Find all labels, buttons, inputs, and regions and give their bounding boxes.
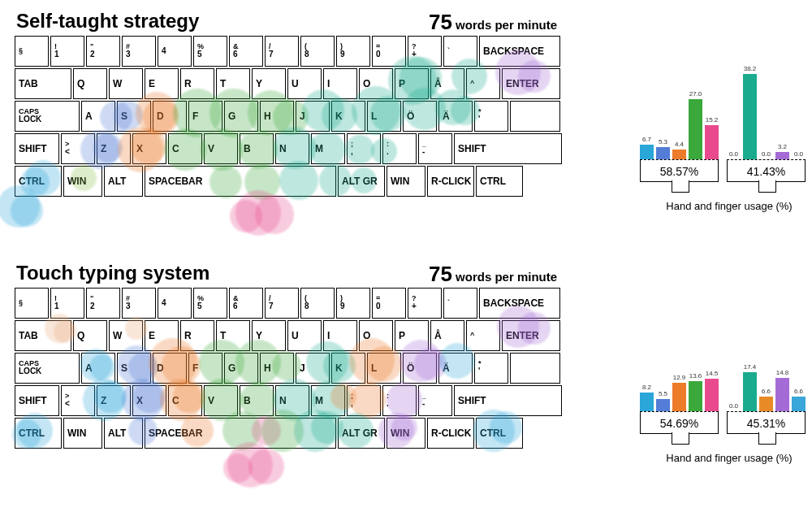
bar <box>743 74 757 159</box>
keycap: K <box>331 101 365 132</box>
keycap: SHIFT <box>15 133 59 164</box>
keycap: F <box>188 353 222 384</box>
keycap: Z <box>97 133 131 164</box>
keycap: V <box>204 385 238 416</box>
keycap: %5 <box>193 36 227 67</box>
bar-value-label: 5.3 <box>659 138 667 145</box>
keycap: TAB <box>15 320 71 351</box>
keycap: U <box>287 68 322 99</box>
bar-value-label: 8.2 <box>642 384 651 391</box>
keycap: C <box>168 385 202 416</box>
keycap: SHIFT <box>454 133 562 164</box>
wpm-unit: words per minute <box>456 18 557 32</box>
keycap: *' <box>474 353 508 384</box>
keycap: M <box>311 133 345 164</box>
wpm-value: 75 <box>429 10 452 34</box>
keycap: N <box>275 385 309 416</box>
wpm-unit: words per minute <box>456 270 557 284</box>
self-taught-panel: Self-taught strategy75 words per minute§… <box>15 10 797 254</box>
keycap: § <box>15 288 49 319</box>
bar-value-label: 6.7 <box>642 136 651 143</box>
bar-value-label: 17.4 <box>744 363 757 371</box>
keycap: ^ <box>466 68 500 99</box>
bar <box>656 399 670 411</box>
keycap: ` <box>443 36 477 67</box>
keycap: =0 <box>372 36 406 67</box>
panel-title: Self-taught strategy <box>16 10 797 33</box>
keycap: #3 <box>122 288 156 319</box>
keycap: W <box>109 68 143 99</box>
bar <box>775 378 789 411</box>
keycap: R-CLICK <box>427 418 474 449</box>
keycap: A <box>81 101 115 132</box>
right-hand-bars: 0.017.46.614.86.6 <box>727 306 806 412</box>
keyboard: §!1"2#34%5&6/7(8)9=0?+`BACKSPACETABQWERT… <box>15 36 624 197</box>
keycap: Ö <box>403 353 437 384</box>
keycap: Å <box>430 320 464 351</box>
keycap: BACKSPACE <box>479 288 560 319</box>
wpm-value: 75 <box>429 262 452 286</box>
keycap: G <box>224 353 258 384</box>
keycap: _- <box>418 385 452 416</box>
keycap: !1 <box>50 36 84 67</box>
keyboard: §!1"2#34%5&6/7(8)9=0?+`BACKSPACETABQWERT… <box>15 288 624 449</box>
keycap: SHIFT <box>15 385 59 416</box>
keycap: J <box>296 353 330 384</box>
bar-value-label: 0.0 <box>729 402 738 410</box>
touch-typing-panel: Touch typing system75 words per minute§!… <box>15 262 797 505</box>
bar <box>640 393 654 411</box>
keycap: § <box>15 36 49 67</box>
keycap: R <box>180 68 214 99</box>
keycap <box>510 353 560 384</box>
left-hand-total: 58.57% <box>640 160 719 182</box>
bar-value-label: 27.0 <box>689 90 702 98</box>
keycap: CTRL <box>15 418 62 449</box>
keycap: :. <box>382 385 417 416</box>
keycap: ALT GR <box>338 166 385 197</box>
keycap: SHIFT <box>454 385 562 416</box>
keycap: /7 <box>265 288 299 319</box>
keycap: ;, <box>347 385 381 416</box>
keycap: E <box>145 320 179 351</box>
keycap: 4 <box>158 36 192 67</box>
keycap: V <box>204 133 238 164</box>
bar-value-label: 0.0 <box>794 150 803 158</box>
keycap: (8 <box>300 288 335 319</box>
keycap: "2 <box>86 36 120 67</box>
keycap: ?+ <box>408 288 442 319</box>
keycap: ?+ <box>408 36 442 67</box>
bar <box>743 372 757 411</box>
bar-value-label: 6.6 <box>794 388 803 395</box>
keycap: Q <box>73 320 107 351</box>
keycap: J <box>296 101 330 132</box>
bar-value-label: 13.6 <box>689 372 702 380</box>
keycap: B <box>240 133 274 164</box>
keycap: CTRL <box>476 418 523 449</box>
keycap: >< <box>61 385 95 416</box>
keycap: ` <box>443 288 477 319</box>
keycap: ^ <box>466 320 500 351</box>
keycap: F <box>188 101 222 132</box>
bar-value-label: 3.2 <box>778 143 787 150</box>
bar-value-label: 14.8 <box>776 369 789 376</box>
chart-axis-label: Hand and finger usage (%) <box>640 452 812 464</box>
finger-usage-chart: 8.25.512.913.614.50.017.46.614.86.654.69… <box>640 306 812 464</box>
keycap: SPACEBAR <box>145 418 336 449</box>
keycap: ENTER <box>502 68 560 99</box>
keycap: SPACEBAR <box>145 166 336 197</box>
keycap: C <box>168 133 202 164</box>
right-hand-total: 41.43% <box>727 160 806 182</box>
keycap: Z <box>97 385 131 416</box>
keycap: G <box>224 101 258 132</box>
keycap: TAB <box>15 68 71 99</box>
keycap: Ö <box>403 101 437 132</box>
bar-value-label: 38.2 <box>744 65 757 72</box>
keycap: P <box>395 68 429 99</box>
keycap: !1 <box>50 288 84 319</box>
keycap: &6 <box>229 36 263 67</box>
keycap: X <box>132 385 166 416</box>
keycap: M <box>311 385 345 416</box>
keycap: WIN <box>387 166 425 197</box>
keycap: ALT GR <box>338 418 385 449</box>
keycap: /7 <box>265 36 299 67</box>
